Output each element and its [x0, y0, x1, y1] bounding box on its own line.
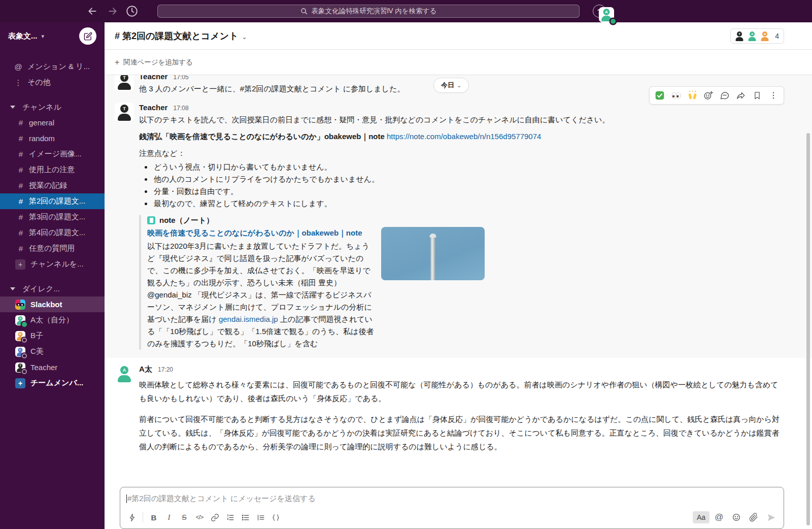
- italic-button[interactable]: I: [161, 510, 177, 524]
- notes-list: どういう視点・切り口から書いてもかまいません。 他の人のコメントにリプライをつけ…: [139, 161, 782, 210]
- attach-button[interactable]: [746, 510, 761, 524]
- more-actions-button[interactable]: [765, 88, 782, 103]
- author-name[interactable]: A太: [139, 365, 152, 373]
- reaction-eyes-button[interactable]: [668, 88, 684, 103]
- avatar[interactable]: T: [115, 75, 134, 91]
- date-pill[interactable]: 今日⌄: [433, 78, 469, 93]
- message-text: 以下のテキストを読んで、次回授業日の前日までに感想・疑問・意見・批判などのコメン…: [139, 114, 782, 125]
- message-ata: A A太 17:20 映画体験として総称される様々な要素には、回復可能であるもの…: [105, 358, 812, 457]
- mention-button[interactable]: @: [712, 510, 727, 524]
- bullet-item: 他の人のコメントにリプライをつけるかたちでもかまいません。: [153, 173, 782, 185]
- sidebar-item-mentions[interactable]: @ メンション & リ...: [0, 59, 105, 75]
- member-avatar: B: [759, 30, 770, 42]
- preview-title-link[interactable]: 映画を倍速で見ることのなにがわるいのか｜obakeweb｜note: [147, 227, 374, 239]
- hash-icon: #: [17, 244, 24, 253]
- send-icon: [766, 513, 776, 522]
- dm-item-self[interactable]: A A太（自分）: [0, 312, 105, 328]
- add-channel-button[interactable]: + チャンネルを...: [0, 256, 105, 272]
- member-list-button[interactable]: T A B 4: [730, 28, 784, 44]
- forward-arrow-button[interactable]: [105, 3, 121, 19]
- timestamp[interactable]: 17:20: [158, 366, 173, 373]
- dm-item-slackbot[interactable]: Slackbot: [0, 296, 105, 312]
- dm-item-cmi[interactable]: C C美: [0, 344, 105, 359]
- timestamp[interactable]: 17:08: [174, 105, 189, 112]
- bold-button[interactable]: B: [146, 510, 161, 524]
- member-count: 4: [775, 32, 779, 40]
- channel-item-session2-selected[interactable]: #第2回の課題文...: [0, 193, 105, 209]
- message-input[interactable]: #第2回の課題文献とコメント にメッセージを送信する: [120, 487, 784, 509]
- workspace-switcher[interactable]: 表象文...: [8, 31, 38, 41]
- blockquote-icon: [256, 513, 265, 522]
- channel-item-session4[interactable]: #第4回の課題文...: [0, 225, 105, 241]
- channel-item-questions[interactable]: #任意の質問用: [0, 241, 105, 256]
- send-button[interactable]: [763, 510, 779, 524]
- timestamp[interactable]: 17:05: [174, 75, 189, 81]
- add-reaction-button[interactable]: [700, 88, 717, 103]
- dms-section-header[interactable]: ダイレク...: [0, 281, 105, 296]
- citation-link[interactable]: https://note.com/obakeweb/n/n156d9577907…: [387, 132, 541, 141]
- ordered-list-button[interactable]: [222, 510, 238, 524]
- composer-toolbar: B I S </>: [120, 509, 784, 528]
- bullet-item: 最初なので、練習として軽めのテキストにします。: [153, 197, 782, 210]
- invite-members-button[interactable]: + チームメンバ...: [0, 375, 105, 391]
- at-icon: @: [14, 62, 22, 71]
- shortcuts-button[interactable]: [124, 510, 140, 524]
- channel-item-images[interactable]: #イメージ画像...: [0, 146, 105, 162]
- presence-dot: [22, 338, 27, 343]
- reaction-white-check-mark-button[interactable]: [652, 88, 668, 103]
- tower-photo: [431, 237, 435, 280]
- code-block-button[interactable]: [268, 510, 283, 524]
- share-arrow-icon: [736, 90, 746, 101]
- sidebar-nav: @ メンション & リ... ⋮ その他 チャンネル #general #ran…: [0, 50, 105, 391]
- reply-thread-button[interactable]: [717, 88, 733, 103]
- user-avatar[interactable]: A: [599, 7, 614, 22]
- channel-title[interactable]: # 第2回の課題文献とコメント⌄: [115, 30, 247, 42]
- reaction-raised-hands-button[interactable]: [684, 88, 700, 103]
- code-button[interactable]: </>: [192, 510, 207, 524]
- strikethrough-button[interactable]: S: [177, 510, 192, 524]
- avatar[interactable]: T: [115, 103, 134, 122]
- emoji-button[interactable]: [729, 510, 744, 524]
- add-bookmark-button[interactable]: + 関連ページを追加する: [115, 58, 193, 67]
- inline-link[interactable]: gendai.ismedia.jp: [219, 315, 278, 323]
- channel-item-usage-notes[interactable]: #使用上の注意: [0, 162, 105, 178]
- notes-label: 注意点など：: [139, 148, 782, 159]
- chevron-down-icon[interactable]: ▾: [42, 33, 45, 40]
- paperclip-icon: [749, 513, 758, 522]
- channel-item-general[interactable]: #general: [0, 115, 105, 130]
- blockquote-button[interactable]: [253, 510, 268, 524]
- search-bar[interactable]: 表象文化論特殊研究演習Ⅳ 内を検索する: [157, 5, 580, 18]
- avatar: C: [15, 347, 25, 357]
- compose-button[interactable]: [79, 27, 96, 45]
- dm-item-bko[interactable]: B B子: [0, 328, 105, 344]
- history-button[interactable]: [124, 3, 140, 19]
- bulleted-list-button[interactable]: [238, 510, 253, 524]
- save-message-button[interactable]: [749, 88, 765, 103]
- dm-item-teacher[interactable]: T Teacher: [0, 359, 105, 375]
- ordered-list-icon: [226, 513, 234, 522]
- channel-item-class-records[interactable]: #授業の記録: [0, 178, 105, 193]
- scrollbar-thumb[interactable]: [806, 133, 810, 525]
- share-message-button[interactable]: [733, 88, 749, 103]
- format-toggle-button[interactable]: Aa: [693, 511, 709, 523]
- author-name[interactable]: Teacher: [139, 75, 167, 81]
- channel-item-random[interactable]: #random: [0, 130, 105, 146]
- sidebar-item-more[interactable]: ⋮ その他: [0, 75, 105, 90]
- bullet-item: どういう視点・切り口から書いてもかまいません。: [153, 161, 782, 173]
- slackbot-avatar: [15, 300, 25, 310]
- channels-section-header[interactable]: チャンネル: [0, 100, 105, 115]
- channel-item-session3[interactable]: #第3回の課題文...: [0, 209, 105, 225]
- avatar[interactable]: A: [115, 364, 134, 383]
- bookmarks-bar: + 関連ページを追加する: [105, 50, 812, 75]
- presence-dot: [22, 322, 27, 327]
- plus-icon: +: [115, 58, 119, 67]
- preview-image[interactable]: [381, 227, 485, 280]
- member-avatar: T: [734, 30, 745, 42]
- link-icon: [211, 513, 219, 522]
- hash-icon: #: [17, 213, 24, 221]
- preview-provider: note（ノート）: [147, 215, 485, 226]
- back-arrow-button[interactable]: [84, 3, 100, 19]
- author-name[interactable]: Teacher: [139, 103, 167, 112]
- link-button[interactable]: [207, 510, 222, 524]
- hash-icon: #: [17, 150, 24, 158]
